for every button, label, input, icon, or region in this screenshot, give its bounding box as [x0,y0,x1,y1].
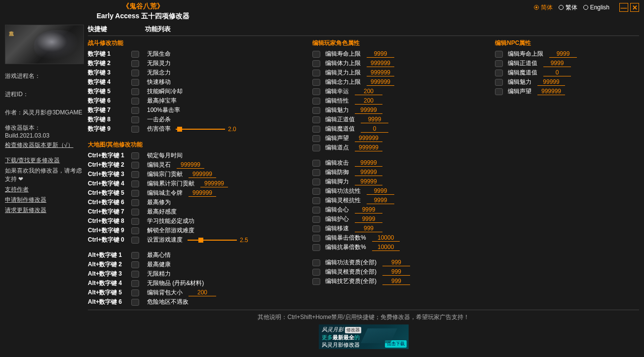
toggle-checkbox[interactable] [131,98,139,105]
check-update-link[interactable]: 检查修改器版本更新（√） [5,141,84,149]
value-input[interactable]: 999999 [200,180,228,187]
toggle-checkbox[interactable] [495,79,503,86]
toggle-checkbox[interactable] [312,169,320,176]
value-input[interactable]: 9999 [361,116,388,123]
toggle-checkbox[interactable] [312,216,320,223]
value-input[interactable]: 999 [355,225,382,232]
toggle-checkbox[interactable] [312,79,320,86]
toggle-checkbox[interactable] [131,190,139,197]
value-input[interactable]: 0 [361,125,388,133]
toggle-checkbox[interactable] [312,160,320,167]
value-input[interactable]: 999999 [537,88,565,95]
ad-banner[interactable]: 风灵月影修改器 更多最新最全的 风灵月影修改器 点击下载 [319,324,409,349]
toggle-checkbox[interactable] [131,107,139,114]
value-input[interactable]: 9999 [543,60,571,67]
toggle-checkbox[interactable] [131,171,139,178]
slider[interactable]: 2.0 [176,126,236,133]
toggle-checkbox[interactable] [495,60,503,67]
value-input[interactable]: 200 [189,289,216,296]
toggle-checkbox[interactable] [312,135,320,142]
value-input[interactable]: 999999 [177,161,204,169]
toggle-checkbox[interactable] [312,70,320,76]
value-input[interactable]: 99999 [355,159,382,167]
slider[interactable]: 2.5 [188,237,248,244]
value-input[interactable]: 999 [382,278,410,285]
toggle-checkbox[interactable] [312,60,320,67]
value-input[interactable]: 999999 [367,60,394,67]
toggle-checkbox[interactable] [312,207,320,214]
value-input[interactable]: 999999 [367,69,394,76]
download-link[interactable]: 下载/查找更多修改器 [5,156,84,165]
toggle-checkbox[interactable] [131,261,139,268]
toggle-checkbox[interactable] [131,218,139,225]
value-input[interactable]: 99999 [355,178,382,185]
toggle-checkbox[interactable] [131,180,139,187]
lang-english[interactable]: English [583,4,609,11]
value-input[interactable]: 9999 [367,187,394,195]
toggle-checkbox[interactable] [131,79,139,86]
value-input[interactable]: 10000 [372,244,400,251]
toggle-checkbox[interactable] [131,252,139,259]
request-update-link[interactable]: 请求更新修改器 [5,206,84,214]
request-make-link[interactable]: 申请制作修改器 [5,196,84,204]
toggle-checkbox[interactable] [131,60,139,67]
toggle-checkbox[interactable] [131,199,139,206]
toggle-checkbox[interactable] [312,188,320,195]
toggle-checkbox[interactable] [131,126,139,133]
value-input[interactable]: 999 [382,259,410,266]
value-input[interactable]: 99999 [355,107,382,114]
toggle-checkbox[interactable] [131,271,139,278]
value-input[interactable]: 9999 [367,50,394,58]
toggle-checkbox[interactable] [131,162,139,169]
toggle-checkbox[interactable] [312,269,320,276]
toggle-checkbox[interactable] [131,227,139,234]
toggle-checkbox[interactable] [131,289,139,296]
toggle-checkbox[interactable] [312,197,320,204]
toggle-checkbox[interactable] [312,259,320,266]
toggle-checkbox[interactable] [495,51,503,58]
toggle-checkbox[interactable] [131,51,139,58]
value-input[interactable]: 999999 [355,135,382,142]
value-input[interactable]: 999999 [189,189,216,197]
toggle-checkbox[interactable] [131,152,139,159]
toggle-checkbox[interactable] [495,70,503,76]
lang-simplified[interactable]: 简体 [534,3,553,12]
value-input[interactable]: 200 [355,97,382,105]
toggle-checkbox[interactable] [131,88,139,95]
toggle-checkbox[interactable] [312,107,320,114]
toggle-checkbox[interactable] [312,235,320,242]
value-input[interactable]: 9999 [355,206,382,214]
value-input[interactable]: 200 [355,88,382,95]
value-input[interactable]: 999999 [367,78,394,86]
toggle-checkbox[interactable] [131,70,139,76]
minimize-button[interactable]: — [619,3,628,12]
toggle-checkbox[interactable] [312,88,320,95]
toggle-checkbox[interactable] [131,237,139,244]
value-input[interactable]: 0 [543,69,571,76]
value-input[interactable]: 9999 [549,50,577,58]
value-input[interactable]: 9999 [367,197,394,204]
toggle-checkbox[interactable] [131,116,139,123]
ad-download-button[interactable]: 点击下载 [385,340,407,348]
value-input[interactable]: 9999 [355,215,382,223]
toggle-checkbox[interactable] [312,98,320,105]
toggle-checkbox[interactable] [131,299,139,306]
toggle-checkbox[interactable] [312,225,320,232]
value-input[interactable]: 99999 [355,169,382,176]
lang-traditional[interactable]: 繁体 [559,3,577,12]
toggle-checkbox[interactable] [312,116,320,123]
value-input[interactable]: 999999 [355,144,382,151]
toggle-checkbox[interactable] [312,178,320,185]
toggle-checkbox[interactable] [131,209,139,215]
value-input[interactable]: 99999 [537,78,565,86]
toggle-checkbox[interactable] [312,51,320,58]
toggle-checkbox[interactable] [131,280,139,287]
toggle-checkbox[interactable] [312,278,320,285]
close-button[interactable]: ✕ [630,3,639,12]
toggle-checkbox[interactable] [312,244,320,251]
toggle-checkbox[interactable] [312,144,320,151]
toggle-checkbox[interactable] [495,88,503,95]
value-input[interactable]: 999999 [189,171,216,178]
value-input[interactable]: 10000 [372,234,400,242]
value-input[interactable]: 999 [382,268,410,276]
